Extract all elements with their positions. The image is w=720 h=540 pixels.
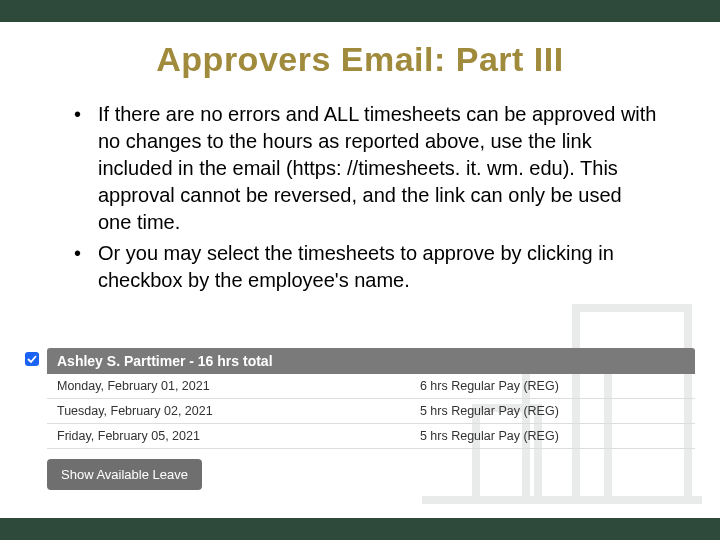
- cell-date: Friday, February 05, 2021: [47, 424, 410, 449]
- cell-hours: 6 hrs Regular Pay (REG): [410, 374, 695, 399]
- slide-top-bar: [0, 0, 720, 22]
- bullet-item: Or you may select the timesheets to appr…: [70, 240, 660, 294]
- table-row: Tuesday, February 02, 2021 5 hrs Regular…: [47, 399, 695, 424]
- show-available-leave-button[interactable]: Show Available Leave: [47, 459, 202, 490]
- bullet-list: If there are no errors and ALL timesheet…: [0, 101, 720, 294]
- employee-checkbox[interactable]: [25, 352, 39, 366]
- cell-date: Monday, February 01, 2021: [47, 374, 410, 399]
- cell-hours: 5 hrs Regular Pay (REG): [410, 424, 695, 449]
- slide-bottom-bar: [0, 518, 720, 540]
- cell-date: Tuesday, February 02, 2021: [47, 399, 410, 424]
- bullet-item: If there are no errors and ALL timesheet…: [70, 101, 660, 236]
- timesheet-screenshot: Ashley S. Parttimer - 16 hrs total Monda…: [25, 348, 695, 490]
- slide-title: Approvers Email: Part III: [0, 40, 720, 79]
- employee-header: Ashley S. Parttimer - 16 hrs total: [47, 348, 695, 374]
- cell-hours: 5 hrs Regular Pay (REG): [410, 399, 695, 424]
- timesheet-table: Monday, February 01, 2021 6 hrs Regular …: [47, 374, 695, 449]
- checkmark-icon: [27, 354, 37, 364]
- table-row: Friday, February 05, 2021 5 hrs Regular …: [47, 424, 695, 449]
- table-row: Monday, February 01, 2021 6 hrs Regular …: [47, 374, 695, 399]
